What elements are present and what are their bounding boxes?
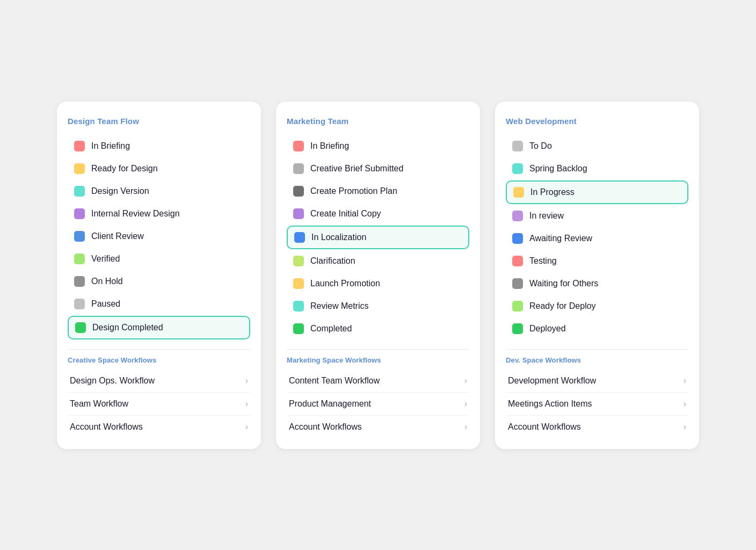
status-label: In Progress	[530, 187, 575, 197]
status-item[interactable]: To Do	[506, 135, 688, 157]
status-item[interactable]: Design Completed	[68, 316, 250, 339]
workflow-item[interactable]: Meetings Action Items›	[506, 393, 688, 416]
workflow-item[interactable]: Account Workflows›	[287, 416, 469, 438]
status-item[interactable]: Clarification	[287, 250, 469, 272]
status-label: Paused	[91, 299, 120, 309]
workflow-item[interactable]: Development Workflow›	[506, 370, 688, 393]
status-label: Testing	[529, 256, 557, 266]
status-label: Launch Promotion	[310, 279, 380, 288]
status-label: In Localization	[311, 233, 366, 242]
section-divider	[287, 349, 469, 350]
status-item[interactable]: Deployed	[506, 318, 688, 339]
status-color-box	[293, 141, 304, 151]
status-item[interactable]: Internal Review Design	[68, 203, 250, 225]
status-label: Client Review	[91, 231, 144, 241]
status-label: On Hold	[91, 277, 123, 286]
status-label: Waiting for Others	[529, 279, 598, 288]
status-item[interactable]: Testing	[506, 250, 688, 272]
workflow-label: Design Ops. Workflow	[70, 376, 155, 386]
status-color-box	[74, 141, 85, 151]
status-item[interactable]: Waiting for Others	[506, 273, 688, 294]
status-label: In review	[529, 211, 564, 221]
status-label: To Do	[529, 141, 552, 151]
status-label: Clarification	[310, 256, 355, 266]
workflow-label: Product Management	[289, 399, 371, 409]
status-item[interactable]: In Progress	[506, 180, 688, 204]
workflow-label: Content Team Workflow	[289, 376, 380, 386]
status-label: Awaiting Review	[529, 234, 592, 243]
status-item[interactable]: Review Metrics	[287, 295, 469, 317]
workflow-item[interactable]: Design Ops. Workflow›	[68, 370, 250, 393]
status-item[interactable]: Design Version	[68, 180, 250, 202]
workflow-item[interactable]: Product Management›	[287, 393, 469, 416]
space-workflows-title-marketing: Marketing Space Workflows	[287, 356, 469, 364]
status-label: Create Initial Copy	[310, 209, 381, 219]
chevron-right-icon: ›	[464, 376, 467, 386]
column-title-design: Design Team Flow	[68, 117, 250, 126]
status-color-box	[512, 141, 523, 151]
status-item[interactable]: Client Review	[68, 226, 250, 247]
status-item[interactable]: Spring Backlog	[506, 158, 688, 179]
workflow-item[interactable]: Content Team Workflow›	[287, 370, 469, 393]
chevron-right-icon: ›	[464, 399, 467, 409]
section-divider	[506, 349, 688, 350]
status-item[interactable]: Creative Brief Submitted	[287, 158, 469, 179]
status-color-box	[294, 232, 305, 243]
chevron-right-icon: ›	[245, 422, 248, 432]
status-item[interactable]: Launch Promotion	[287, 273, 469, 294]
workflow-label: Meetings Action Items	[508, 399, 592, 409]
status-item[interactable]: On Hold	[68, 271, 250, 292]
space-workflows-title-webdev: Dev. Space Workflows	[506, 356, 688, 364]
status-color-box	[74, 299, 85, 309]
status-item[interactable]: Verified	[68, 248, 250, 270]
status-list-marketing: In BriefingCreative Brief SubmittedCreat…	[287, 135, 469, 339]
status-color-box	[293, 186, 304, 197]
status-item[interactable]: In review	[506, 205, 688, 227]
status-label: Ready for Design	[91, 164, 158, 173]
status-item[interactable]: Create Promotion Plan	[287, 180, 469, 202]
chevron-right-icon: ›	[684, 376, 686, 386]
status-item[interactable]: Completed	[287, 318, 469, 339]
workflow-item[interactable]: Account Workflows›	[506, 416, 688, 438]
status-item[interactable]: In Briefing	[287, 135, 469, 157]
status-color-box	[74, 276, 85, 287]
status-item[interactable]: In Briefing	[68, 135, 250, 157]
status-color-box	[74, 231, 85, 242]
workflow-label: Account Workflows	[508, 422, 581, 432]
workflow-list-marketing: Content Team Workflow›Product Management…	[287, 370, 469, 438]
status-color-box	[293, 256, 304, 266]
status-color-box	[512, 211, 523, 221]
workflow-label: Account Workflows	[289, 422, 362, 432]
status-list-design: In BriefingReady for DesignDesign Versio…	[68, 135, 250, 339]
workflow-list-webdev: Development Workflow›Meetings Action Ite…	[506, 370, 688, 438]
status-color-box	[512, 233, 523, 244]
column-marketing: Marketing TeamIn BriefingCreative Brief …	[276, 102, 480, 449]
status-label: Creative Brief Submitted	[310, 164, 403, 173]
workflow-item[interactable]: Team Workflow›	[68, 393, 250, 416]
status-item[interactable]: Paused	[68, 293, 250, 315]
status-item[interactable]: Create Initial Copy	[287, 203, 469, 225]
status-item[interactable]: Ready for Deploy	[506, 295, 688, 317]
status-label: Design Completed	[92, 323, 163, 332]
workflow-item[interactable]: Account Workflows›	[68, 416, 250, 438]
status-color-box	[74, 186, 85, 197]
chevron-right-icon: ›	[684, 422, 686, 432]
status-color-box	[512, 323, 523, 334]
column-webdev: Web DevelopmentTo DoSpring BacklogIn Pro…	[495, 102, 699, 449]
space-workflows-title-design: Creative Space Workflows	[68, 356, 250, 364]
status-color-box	[512, 301, 523, 312]
chevron-right-icon: ›	[464, 422, 467, 432]
status-label: Review Metrics	[310, 301, 368, 311]
status-item[interactable]: Ready for Design	[68, 158, 250, 179]
status-item[interactable]: Awaiting Review	[506, 228, 688, 249]
status-label: Ready for Deploy	[529, 301, 596, 311]
status-color-box	[512, 256, 523, 266]
status-item[interactable]: In Localization	[287, 226, 469, 249]
chevron-right-icon: ›	[684, 399, 686, 409]
status-color-box	[75, 322, 86, 333]
status-color-box	[293, 323, 304, 334]
status-label: In Briefing	[310, 141, 349, 151]
column-title-webdev: Web Development	[506, 117, 688, 126]
status-color-box	[513, 187, 524, 198]
workflow-label: Development Workflow	[508, 376, 596, 386]
